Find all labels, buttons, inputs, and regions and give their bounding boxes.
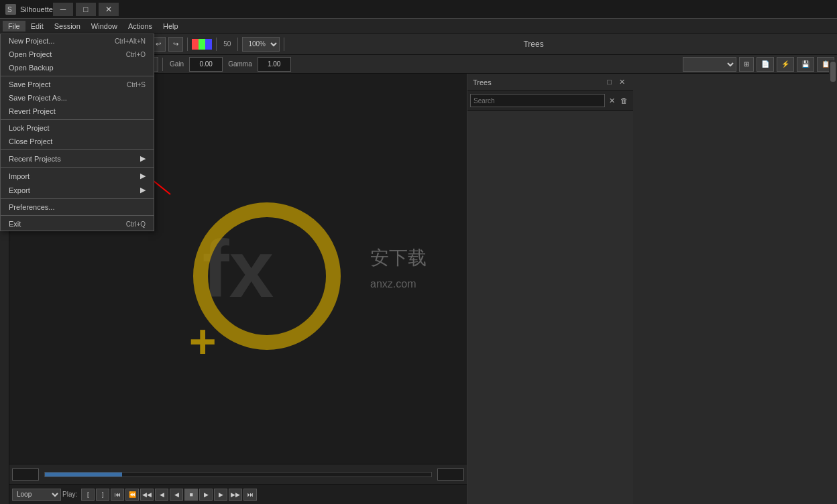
trees-header: Trees □ ✕ xyxy=(467,74,633,91)
separator3 xyxy=(216,38,217,51)
trees-tb4[interactable]: 💾 xyxy=(797,57,814,72)
menu-revert-project[interactable]: Revert Project xyxy=(1,105,154,118)
menu-open-backup[interactable]: Open Backup xyxy=(1,61,154,74)
arrow-icon: ▶ xyxy=(140,186,146,194)
menu-export[interactable]: Export ▶ xyxy=(1,183,154,197)
watermark: 安下载anxz.com xyxy=(370,245,427,292)
menu-lock-project[interactable]: Lock Project xyxy=(1,121,154,135)
trees-content[interactable] xyxy=(467,111,633,504)
fx-logo: fx + xyxy=(203,223,274,315)
separator xyxy=(162,58,163,71)
frame-input[interactable] xyxy=(12,468,39,481)
gamma-input[interactable] xyxy=(258,57,291,72)
trees-search-input[interactable] xyxy=(470,94,605,107)
menu-actions[interactable]: Actions xyxy=(123,21,158,32)
trees-label: Trees xyxy=(523,40,543,49)
play-mode-select[interactable]: Loop Once Ping Pong xyxy=(12,489,61,501)
menu-import[interactable]: Import ▶ xyxy=(1,169,154,183)
viewer-timeline xyxy=(9,464,467,484)
menu-edit[interactable]: Edit xyxy=(25,21,49,32)
trees-delete-btn[interactable]: 🗑 xyxy=(618,95,630,106)
trees-header-controls: □ ✕ xyxy=(604,76,628,88)
separator4 xyxy=(237,38,238,51)
menu-file[interactable]: File xyxy=(3,21,25,32)
menu-bar: File Edit Session Window Actions Help xyxy=(0,19,837,34)
menu-new-project[interactable]: New Project... Ctrl+Alt+N xyxy=(1,34,154,48)
separator-3 xyxy=(1,149,154,150)
menu-help[interactable]: Help xyxy=(158,21,184,32)
menu-preferences[interactable]: Preferences... xyxy=(1,200,154,214)
gain-input[interactable] xyxy=(189,57,223,72)
menu-window[interactable]: Window xyxy=(86,21,123,32)
menu-close-project[interactable]: Close Project xyxy=(1,135,154,148)
close-button[interactable]: ✕ xyxy=(99,3,119,16)
fast-fwd-btn[interactable]: ▶▶ xyxy=(229,489,242,501)
play-label: Play: xyxy=(62,491,77,498)
zoom-select[interactable]: 100% 50% 200% xyxy=(242,37,280,52)
logo-plus: + xyxy=(189,315,217,369)
go-start-btn[interactable]: [ xyxy=(81,489,95,501)
step-fwd-btn[interactable]: ▶ xyxy=(214,489,227,501)
trees-tb3[interactable]: ⚡ xyxy=(777,57,794,72)
prev-scene-btn[interactable]: ⏮ xyxy=(111,489,124,501)
stop-btn[interactable]: ■ xyxy=(184,489,198,501)
trees-title: Trees xyxy=(473,78,492,86)
arrow-icon: ▶ xyxy=(140,154,146,163)
menu-save-project-as[interactable]: Save Project As... xyxy=(1,91,154,105)
separator-2 xyxy=(1,119,154,120)
trees-search-clear-btn[interactable]: ✕ xyxy=(606,95,618,107)
trees-view-select[interactable] xyxy=(683,57,736,72)
minimize-button[interactable]: ─ xyxy=(53,3,73,16)
trees-scrollbar[interactable] xyxy=(829,60,837,504)
window-controls: ─ □ ✕ xyxy=(53,3,119,16)
trees-tb2[interactable]: 📄 xyxy=(757,57,774,72)
separator2 xyxy=(187,38,188,51)
next-scene-btn[interactable]: ⏭ xyxy=(243,489,257,501)
trees-right-toolbar: ⊞ 📄 ⚡ 💾 📋 xyxy=(683,57,834,72)
go-end-btn[interactable]: ] xyxy=(96,489,109,501)
separator5 xyxy=(284,38,284,51)
play-rev-btn[interactable]: ◀ xyxy=(170,489,183,501)
play-fwd-btn[interactable]: ▶ xyxy=(199,489,213,501)
trees-tb1[interactable]: ⊞ xyxy=(739,57,754,72)
menu-open-project[interactable]: Open Project Ctrl+O xyxy=(1,48,154,61)
timeline-bar[interactable] xyxy=(44,472,432,477)
separator-1 xyxy=(1,76,154,76)
separator-5 xyxy=(1,198,154,199)
trees-panel: Trees □ ✕ ✕ 🗑 xyxy=(467,74,633,504)
trees-search: ✕ 🗑 xyxy=(467,91,633,111)
trees-close-btn[interactable]: ✕ xyxy=(616,76,628,88)
prev-frame-btn[interactable]: ⏪ xyxy=(125,489,139,501)
svg-text:S: S xyxy=(7,6,12,13)
separator-4 xyxy=(1,167,154,168)
app-title: Silhouette xyxy=(20,5,53,13)
title-bar: S Silhouette ─ □ ✕ xyxy=(0,0,837,19)
menu-save-project[interactable]: Save Project Ctrl+S xyxy=(1,78,154,91)
file-dropdown: New Project... Ctrl+Alt+N Open Project C… xyxy=(0,34,154,231)
arrow-icon: ▶ xyxy=(140,172,146,180)
maximize-button[interactable]: □ xyxy=(76,3,96,16)
menu-recent-projects[interactable]: Recent Projects ▶ xyxy=(1,151,154,166)
step-back-btn[interactable]: ◀ xyxy=(155,489,168,501)
color-swatch[interactable] xyxy=(192,39,212,50)
trees-maximize-btn[interactable]: □ xyxy=(604,76,614,87)
viewer-controls: Loop Once Ping Pong Play: [ ] ⏮ ⏪ ◀◀ ◀ ◀… xyxy=(9,484,467,504)
separator-6 xyxy=(1,215,154,216)
frame-end-input[interactable] xyxy=(437,468,464,481)
menu-exit[interactable]: Exit Ctrl+Q xyxy=(1,217,154,231)
rewind-btn[interactable]: ◀◀ xyxy=(140,489,154,501)
toolbar-redo-btn[interactable]: ↪ xyxy=(168,37,183,52)
menu-session[interactable]: Session xyxy=(49,21,86,32)
app-icon: S xyxy=(5,4,16,15)
